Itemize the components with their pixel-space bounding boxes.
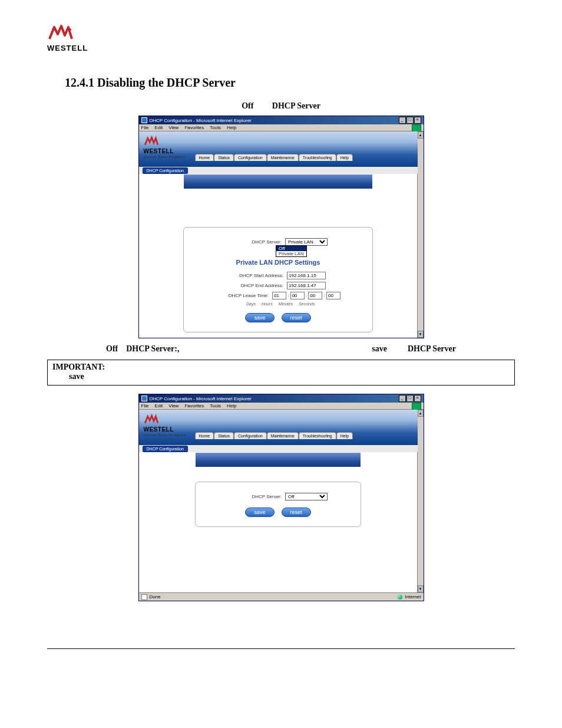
tab-troubleshooting[interactable]: Troubleshooting (299, 432, 336, 439)
banner-brand-2: WESTELL (144, 426, 174, 433)
banner-logo-icon (144, 135, 159, 149)
window-titlebar-2: DHCP Configuration - Microsoft Internet … (139, 394, 424, 403)
tab-help[interactable]: Help (336, 154, 353, 161)
banner-brand: WESTELL (144, 148, 174, 154)
scrollbar[interactable]: ▲ ▼ (417, 131, 424, 338)
nav-tabs-2: Home Status Configuration Maintenance Tr… (195, 432, 353, 439)
lease-days-input[interactable] (272, 292, 286, 299)
menu-tools[interactable]: Tools (210, 125, 221, 130)
tab-home[interactable]: Home (195, 432, 214, 439)
status-bar: Done Internet (139, 592, 424, 601)
important-save-word: save (69, 372, 84, 381)
minimize-button[interactable]: _ (399, 117, 406, 124)
menu-bar: File Edit View Favorites Tools Help (139, 124, 424, 131)
svg-point-0 (69, 28, 71, 31)
time-unit-labels: Days Hours Minutes Seconds (246, 302, 366, 306)
menu-edit[interactable]: Edit (154, 403, 163, 409)
internet-zone-icon (398, 595, 402, 599)
menu-help[interactable]: Help (227, 403, 236, 409)
menu-file[interactable]: File (141, 125, 149, 130)
close-button[interactable]: × (414, 117, 421, 124)
dhcp-server-dropdown-list[interactable]: Off Private LAN (276, 245, 307, 257)
panel-header-bar (184, 174, 372, 189)
breadcrumb-chip[interactable]: DHCP Configuration (143, 167, 188, 174)
menu-help[interactable]: Help (227, 125, 236, 130)
westell-logo: WESTELL (47, 24, 515, 52)
reset-button-2[interactable]: reset (282, 508, 311, 517)
window-title-2: DHCP Configuration - Microsoft Internet … (150, 396, 399, 401)
screenshot-2: DHCP Configuration - Microsoft Internet … (138, 394, 424, 601)
b-dhcp-server-2: DHCP Server (408, 344, 456, 353)
page-banner-2: WESTELL Discover Better Broadband Home S… (139, 410, 418, 445)
important-title: IMPORTANT: (52, 363, 105, 371)
lease-minutes-input[interactable] (308, 292, 322, 299)
menu-view[interactable]: View (168, 403, 178, 409)
section-heading: 12.4.1 Disabling the DHCP Server (65, 76, 515, 90)
tab-configuration[interactable]: Configuration (234, 432, 267, 439)
lease-seconds-input[interactable] (326, 292, 340, 299)
menu-file[interactable]: File (141, 403, 149, 409)
dhcp-server-label-2: DHCP Server: (229, 494, 285, 499)
lease-hours-input[interactable] (290, 292, 305, 299)
important-callout: IMPORTANT: save (47, 360, 515, 386)
bold-off: Off (242, 101, 253, 110)
ie-page-icon (141, 594, 147, 600)
b-off: Off (106, 344, 118, 353)
tab-help[interactable]: Help (336, 432, 353, 439)
tab-status[interactable]: Status (214, 432, 234, 439)
tab-maintenance[interactable]: Maintenance (267, 154, 299, 161)
window-title: DHCP Configuration - Microsoft Internet … (150, 118, 399, 123)
scroll-up-icon[interactable]: ▲ (418, 410, 424, 417)
dhcp-server-select-2[interactable]: Off (285, 493, 328, 500)
maximize-button[interactable]: □ (406, 117, 414, 124)
tab-status[interactable]: Status (214, 154, 234, 161)
end-address-label: DHCP End Address: (230, 283, 287, 288)
ie-icon (141, 396, 147, 401)
minimize-button[interactable]: _ (399, 395, 406, 402)
scroll-down-icon[interactable]: ▼ (418, 585, 424, 592)
b-dhcp-server: DHCP Server:, (126, 344, 179, 353)
menu-favorites[interactable]: Favorites (184, 125, 204, 130)
tab-maintenance[interactable]: Maintenance (267, 432, 299, 439)
dropdown-option-off[interactable]: Off (276, 246, 306, 251)
zone-text: Internet (405, 594, 421, 599)
tab-home[interactable]: Home (195, 154, 214, 161)
body-line-2: Off DHCP Server:, save DHCP Server (106, 344, 456, 354)
body-line-1: Off DHCP Server (47, 101, 515, 111)
breadcrumb-bar-2: DHCP Configuration (139, 445, 418, 452)
dropdown-option-private-lan[interactable]: Private LAN (276, 251, 306, 256)
scroll-down-icon[interactable]: ▼ (418, 331, 424, 338)
reset-button[interactable]: reset (282, 313, 311, 322)
end-address-input[interactable] (287, 282, 326, 289)
menu-favorites[interactable]: Favorites (184, 403, 204, 409)
tab-troubleshooting[interactable]: Troubleshooting (299, 154, 336, 161)
save-button[interactable]: save (245, 313, 274, 322)
banner-logo-icon (144, 413, 159, 427)
dhcp-form-panel: DHCP Server: Private LAN Off Private LAN… (183, 227, 373, 332)
screenshot-1: DHCP Configuration - Microsoft Internet … (138, 116, 424, 338)
breadcrumb-chip-2[interactable]: DHCP Configuration (143, 446, 188, 452)
ie-icon (141, 117, 147, 123)
start-address-input[interactable] (287, 272, 326, 279)
tab-configuration[interactable]: Configuration (234, 154, 267, 161)
menu-view[interactable]: View (168, 125, 178, 130)
bold-dhcp-server: DHCP Server (272, 101, 320, 110)
status-text: Done (150, 594, 161, 599)
scroll-up-icon[interactable]: ▲ (418, 131, 424, 139)
b-save: save (372, 344, 387, 353)
maximize-button[interactable]: □ (406, 395, 414, 402)
menu-tools[interactable]: Tools (210, 403, 221, 409)
dhcp-server-label: DHCP Server: (229, 239, 285, 245)
menu-bar-2: File Edit View Favorites Tools Help (139, 403, 424, 410)
lease-time-label: DHCP Lease Time: (216, 293, 272, 298)
menu-edit[interactable]: Edit (154, 125, 163, 130)
breadcrumb-bar: DHCP Configuration (139, 167, 418, 174)
scrollbar[interactable]: ▲ ▼ (417, 410, 424, 592)
settings-heading: Private LAN DHCP Settings (190, 259, 366, 266)
close-button[interactable]: × (414, 395, 421, 402)
page-banner: WESTELL Discover Better Broadband Home S… (139, 131, 418, 167)
footer-rule (47, 648, 515, 649)
logo-brand-text: WESTELL (47, 44, 88, 52)
save-button-2[interactable]: save (245, 508, 274, 517)
window-titlebar: DHCP Configuration - Microsoft Internet … (139, 116, 424, 124)
